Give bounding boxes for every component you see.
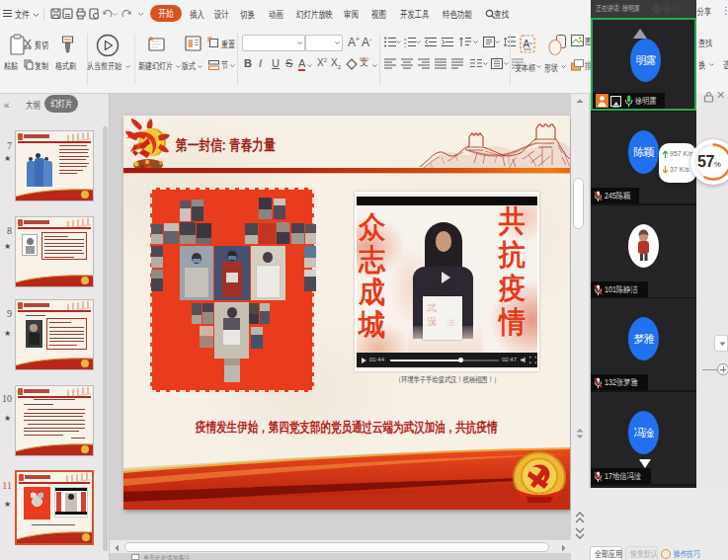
svg-text:A: A (524, 39, 530, 49)
